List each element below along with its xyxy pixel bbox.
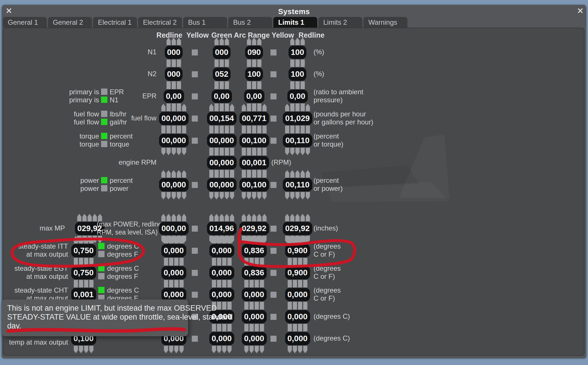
cht-yellow-low-checkbox[interactable]	[192, 292, 198, 298]
power-f4-value[interactable]: 00,110	[283, 178, 312, 191]
tab-bus-2[interactable]: Bus 2	[228, 17, 272, 28]
max-mp-f4-value[interactable]: 029,92	[283, 222, 312, 235]
max-mp-yellow-low-checkbox[interactable]	[192, 226, 198, 232]
engine-rpm-f2-value[interactable]: 00,000	[207, 156, 237, 169]
tab-limits-1[interactable]: Limits 1	[273, 17, 317, 28]
fuel-flow-f2-value[interactable]: 00,154	[207, 112, 237, 125]
torque-yellow-high-checkbox[interactable]	[270, 138, 276, 144]
epr-option1-label: primary is	[13, 88, 99, 96]
n2-yellow-high-checkbox[interactable]	[270, 71, 276, 77]
tab-bus-1[interactable]: Bus 1	[183, 17, 227, 28]
itt-unit1-checkbox[interactable]	[98, 243, 105, 249]
tab-general-1[interactable]: General 1	[3, 17, 47, 28]
n1-f3-value[interactable]: 090	[245, 46, 263, 59]
n1-note: (%)	[314, 48, 324, 56]
epr-yellow-high-checkbox[interactable]	[270, 93, 276, 99]
fuel-flow-option1-checkbox[interactable]	[101, 111, 107, 117]
itt-yellow-high-checkbox[interactable]	[270, 248, 276, 254]
tab-electrical-1[interactable]: Electrical 1	[93, 17, 137, 28]
column-header-yellow: Yellow	[186, 31, 209, 39]
egt-f1-value[interactable]: 0,000	[161, 266, 186, 279]
covered-row-f4-value[interactable]: 0,000	[285, 310, 310, 323]
egt-f3-value[interactable]: 0,836	[242, 266, 267, 279]
fuel-flow-yellow-high-checkbox[interactable]	[270, 116, 276, 122]
fuel-flow-yellow-low-checkbox[interactable]	[192, 116, 198, 122]
cht-unit1-checkbox[interactable]	[98, 287, 105, 293]
cht-f3-value[interactable]: 0,000	[242, 288, 267, 301]
max-mp-note: (inches)	[314, 224, 338, 232]
n1-f4-value[interactable]: 100	[289, 46, 306, 59]
fuel-flow-f1-value[interactable]: 00,000	[159, 112, 189, 125]
itt-f4-value[interactable]: 0,900	[285, 244, 310, 257]
fuel-flow-f4-value[interactable]: 01,029	[283, 112, 312, 125]
itt-f3-value[interactable]: 0,836	[242, 244, 267, 257]
torque-f1-value[interactable]: 00,000	[159, 134, 189, 147]
egt-f2-value[interactable]: 0,000	[209, 266, 234, 279]
egt-yellow-low-checkbox[interactable]	[192, 270, 198, 276]
epr-f3-value[interactable]: 0,00	[244, 90, 264, 103]
n2-yellow-low-checkbox[interactable]	[192, 71, 198, 77]
egt-left-value[interactable]: 0,750	[71, 266, 96, 279]
power-note-line1: (percent	[314, 176, 339, 185]
temp-max-output-yellow-low-checkbox[interactable]	[192, 336, 198, 342]
n2-f2-value[interactable]: 052	[213, 68, 231, 81]
torque-f4-value[interactable]: 00,110	[283, 134, 312, 147]
torque-f3-value[interactable]: 00,100	[239, 134, 269, 147]
temp-max-output-f4-value[interactable]: 0,000	[285, 332, 310, 345]
max-mp-f2-value[interactable]: 014,96	[207, 222, 237, 235]
cht-f4-value[interactable]: 0,000	[285, 288, 310, 301]
tab-warnings[interactable]: Warnings	[363, 17, 407, 28]
power-yellow-low-checkbox[interactable]	[192, 182, 198, 188]
tab-electrical-2[interactable]: Electrical 2	[138, 17, 182, 28]
itt-f1-value[interactable]: 0,000	[161, 244, 186, 257]
epr-option1-checkbox[interactable]	[101, 89, 107, 95]
torque-yellow-low-checkbox[interactable]	[192, 138, 198, 144]
epr-f4-value[interactable]: 0,00	[287, 90, 308, 103]
power-f1-value[interactable]: 00,000	[159, 178, 189, 191]
egt-unit2-checkbox[interactable]	[98, 273, 105, 279]
n1-yellow-low-checkbox[interactable]	[192, 49, 198, 55]
max-mp-f3-value[interactable]: 029,92	[239, 222, 269, 235]
power-f3-value[interactable]: 00,100	[239, 178, 269, 191]
torque-f2-value[interactable]: 00,000	[207, 134, 237, 147]
fuel-flow-option2-checkbox[interactable]	[101, 119, 107, 125]
temp-max-output-f2-value[interactable]: 0,000	[209, 332, 234, 345]
egt-note-line2: C or F)	[314, 272, 335, 281]
power-option1-checkbox[interactable]	[101, 177, 107, 183]
n1-f2-value[interactable]: 000	[213, 46, 231, 59]
itt-f2-value[interactable]: 0,000	[209, 244, 234, 257]
tab-general-2[interactable]: General 2	[48, 17, 92, 28]
egt-f4-value[interactable]: 0,900	[285, 266, 310, 279]
max-mp-yellow-high-checkbox[interactable]	[270, 226, 276, 232]
epr-f2-value[interactable]: 0,00	[212, 90, 232, 103]
itt-unit2-checkbox[interactable]	[98, 251, 105, 257]
n1-f1-value[interactable]: 000	[165, 46, 183, 59]
tab-limits-2[interactable]: Limits 2	[318, 17, 362, 28]
fuel-flow-f3-value[interactable]: 00,771	[239, 112, 269, 125]
cht-f2-value[interactable]: 0,000	[209, 288, 234, 301]
egt-unit1-checkbox[interactable]	[98, 265, 105, 271]
n2-f3-value[interactable]: 100	[245, 68, 263, 81]
temp-max-output-yellow-high-checkbox[interactable]	[270, 336, 276, 342]
torque-option1-checkbox[interactable]	[101, 133, 107, 139]
n1-yellow-high-checkbox[interactable]	[270, 49, 276, 55]
epr-f1-value[interactable]: 0,00	[164, 90, 184, 103]
engine-rpm-f3-value[interactable]: 00,001	[239, 156, 269, 169]
temp-max-output-f3-value[interactable]: 0,000	[242, 332, 267, 345]
epr-yellow-low-checkbox[interactable]	[192, 93, 198, 99]
max-mp-f1-value[interactable]: 000,00	[159, 222, 189, 235]
cht-yellow-high-checkbox[interactable]	[270, 292, 276, 298]
itt-left-value[interactable]: 0,750	[71, 244, 96, 257]
close-icon-right[interactable]: ✕	[575, 7, 585, 15]
itt-yellow-low-checkbox[interactable]	[192, 248, 198, 254]
covered-row-f3-value[interactable]: 0,000	[242, 310, 267, 323]
epr-option2-checkbox[interactable]	[101, 97, 107, 103]
power-yellow-high-checkbox[interactable]	[270, 182, 276, 188]
power-option2-checkbox[interactable]	[101, 185, 107, 191]
covered-row-yellow-high-checkbox[interactable]	[270, 314, 276, 320]
torque-option2-checkbox[interactable]	[101, 141, 107, 147]
power-f2-value[interactable]: 00,000	[207, 178, 237, 191]
n2-f1-value[interactable]: 000	[165, 68, 183, 81]
egt-yellow-high-checkbox[interactable]	[270, 270, 276, 276]
n2-f4-value[interactable]: 100	[289, 68, 306, 81]
